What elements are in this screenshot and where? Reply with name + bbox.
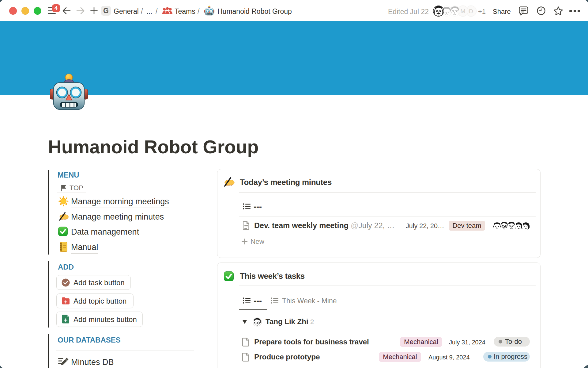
svg-text:D: D <box>469 8 473 14</box>
svg-text:M: M <box>461 8 466 14</box>
